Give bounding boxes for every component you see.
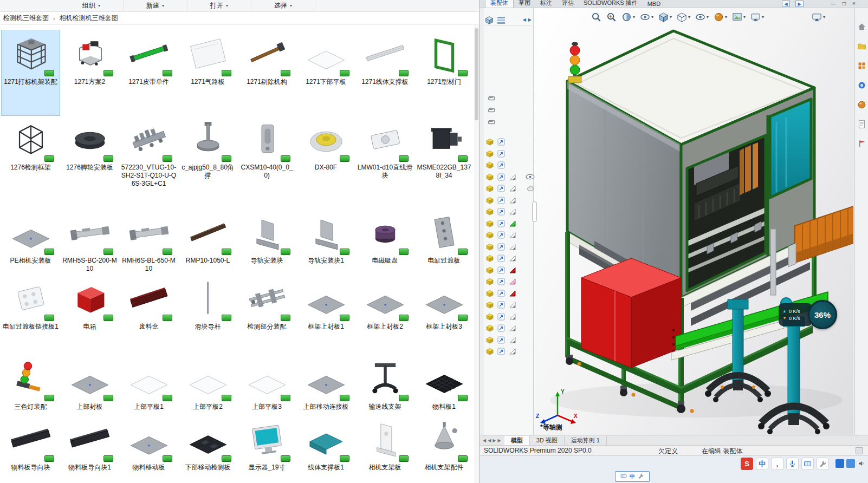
voice-input-icon[interactable] bbox=[786, 458, 799, 470]
ribbon-tab-2[interactable]: 草图 bbox=[514, 0, 535, 8]
netspeed-overlay[interactable]: ▲0 K/s ▼0 K/s 36% bbox=[779, 300, 837, 329]
explorer-scrollbar[interactable] bbox=[474, 25, 479, 483]
component-icon[interactable] bbox=[486, 266, 494, 274]
file-item[interactable]: 物料板导向块 bbox=[2, 415, 60, 483]
ribbon-tab-5[interactable]: SOLIDWORKS 插件 bbox=[579, 0, 643, 8]
ribbon-tab-4[interactable]: 评估 bbox=[557, 0, 579, 8]
transparency-triangle-icon[interactable] bbox=[509, 278, 516, 285]
tree-item-row[interactable] bbox=[486, 220, 516, 227]
feature-tree-tab-icon[interactable] bbox=[485, 16, 494, 24]
ribbon-tab-1[interactable]: 装配体 bbox=[485, 0, 514, 8]
file-item[interactable]: CXSM10-40(0_0_0) bbox=[238, 115, 296, 208]
chinese-mode-icon[interactable]: 中 bbox=[756, 458, 768, 470]
display-state-icon[interactable] bbox=[497, 138, 505, 146]
close-icon[interactable]: × bbox=[852, 1, 856, 6]
tree-item-row[interactable] bbox=[486, 336, 516, 344]
zoom-area-icon[interactable] bbox=[606, 11, 617, 23]
file-explorer-icon[interactable] bbox=[857, 42, 866, 53]
toolbox-icon[interactable] bbox=[817, 458, 829, 470]
file-item[interactable]: 上部封板 bbox=[61, 355, 119, 415]
display-state-icon[interactable] bbox=[497, 290, 505, 297]
status-options-icon[interactable] bbox=[856, 447, 863, 454]
display-state-icon[interactable] bbox=[497, 208, 505, 216]
file-item[interactable]: 1271打标机架装配 bbox=[2, 30, 60, 115]
file-item[interactable]: 上部平板1 bbox=[120, 355, 178, 415]
tree-item-row[interactable] bbox=[486, 313, 516, 321]
tree-item-row[interactable] bbox=[486, 150, 505, 158]
file-item[interactable]: 下部移动检测板 bbox=[179, 415, 237, 483]
toolbar-menu-1[interactable]: 组织▾ bbox=[60, 0, 124, 12]
transparency-triangle-icon[interactable] bbox=[509, 231, 516, 239]
forum-icon[interactable] bbox=[857, 139, 866, 151]
display-state-icon[interactable] bbox=[497, 348, 505, 355]
file-item[interactable]: 滑块导杆 bbox=[179, 275, 237, 355]
view-orientation-icon[interactable]: ▾ bbox=[658, 11, 672, 23]
tree-item-row[interactable] bbox=[486, 138, 505, 146]
edit-appearance-icon[interactable]: ▾ bbox=[713, 11, 728, 23]
file-item[interactable]: 1271气路板 bbox=[179, 30, 237, 115]
display-state-icon[interactable] bbox=[497, 243, 505, 251]
file-item[interactable]: 导轨安装块1 bbox=[297, 208, 355, 275]
transparency-triangle-icon[interactable] bbox=[509, 185, 516, 192]
file-item[interactable]: 1271型材门 bbox=[415, 30, 473, 115]
component-icon[interactable] bbox=[486, 313, 494, 321]
tree-item-row[interactable] bbox=[486, 324, 516, 332]
pin-icon[interactable] bbox=[487, 95, 496, 102]
file-item[interactable]: RMP10-1050-L bbox=[179, 208, 237, 275]
component-icon[interactable] bbox=[486, 336, 494, 344]
component-icon[interactable] bbox=[486, 278, 494, 285]
display-state-icon[interactable] bbox=[497, 150, 505, 158]
component-icon[interactable] bbox=[486, 254, 494, 262]
component-icon[interactable] bbox=[486, 208, 494, 216]
tab-scroll-buttons[interactable]: ◀◀▶▶ bbox=[480, 438, 504, 443]
ribbon-tab-6[interactable]: MBD bbox=[643, 0, 665, 8]
lang-settings-icon[interactable] bbox=[638, 472, 644, 481]
lang-cn-icon[interactable]: 中 bbox=[630, 473, 635, 480]
component-icon[interactable] bbox=[486, 173, 494, 181]
file-item[interactable]: 电缸过渡板链接板1 bbox=[2, 275, 60, 355]
file-item[interactable]: 相机支架板 bbox=[356, 415, 414, 483]
component-icon[interactable] bbox=[486, 161, 494, 169]
forward-icon[interactable]: ▶ bbox=[795, 1, 804, 7]
file-item[interactable]: 上部平板3 bbox=[238, 355, 296, 415]
tray-app-2-icon[interactable] bbox=[846, 459, 855, 468]
transparency-triangle-icon[interactable] bbox=[509, 290, 516, 297]
file-item[interactable]: 电箱 bbox=[61, 275, 119, 355]
soft-keyboard-icon[interactable] bbox=[801, 458, 814, 470]
lang-keyboard-icon[interactable] bbox=[620, 472, 627, 481]
tree-item-row[interactable] bbox=[486, 290, 516, 297]
file-item[interactable]: MSME022GB_1378f_34 bbox=[415, 115, 473, 208]
volume-icon[interactable] bbox=[857, 459, 866, 468]
file-item[interactable]: 1271线体支撑板 bbox=[356, 30, 414, 115]
appearances-icon[interactable] bbox=[857, 100, 866, 112]
tree-item-row[interactable] bbox=[486, 348, 516, 355]
custom-properties-icon[interactable] bbox=[857, 120, 866, 131]
view-settings-icon[interactable]: ▾ bbox=[750, 11, 765, 23]
file-item[interactable]: 572230_VTUG-10-SH2-S1T-Q10-U-Q6S-3GL+C1 bbox=[120, 115, 178, 208]
file-item[interactable]: 物料板导向块1 bbox=[61, 415, 119, 483]
tree-expand-icon[interactable]: ▶ bbox=[528, 17, 532, 22]
component-icon[interactable] bbox=[486, 231, 494, 239]
file-item[interactable]: c_ajpjg50_8_80角撑 bbox=[179, 115, 237, 208]
file-item[interactable]: 三色灯装配 bbox=[2, 355, 60, 415]
file-item[interactable]: 输送线支架 bbox=[356, 355, 414, 415]
transparency-triangle-icon[interactable] bbox=[509, 220, 516, 227]
component-icon[interactable] bbox=[486, 290, 494, 297]
tray-app-1-icon[interactable] bbox=[835, 459, 844, 468]
screen-record-button[interactable]: ▾ bbox=[811, 11, 826, 23]
display-state-icon[interactable] bbox=[497, 324, 505, 332]
tree-item-row[interactable] bbox=[486, 254, 516, 262]
display-state-icon[interactable] bbox=[497, 220, 505, 227]
toolbar-menu-3[interactable]: 打开▾ bbox=[187, 0, 251, 12]
minimize-icon[interactable]: — bbox=[831, 1, 836, 6]
file-item[interactable]: 物料板1 bbox=[415, 355, 473, 415]
home-icon[interactable] bbox=[857, 22, 866, 34]
ribbon-tab-3[interactable]: 标注 bbox=[535, 0, 557, 8]
transparency-triangle-icon[interactable] bbox=[509, 173, 516, 181]
display-state-icon[interactable] bbox=[497, 313, 505, 321]
component-icon[interactable] bbox=[486, 348, 494, 355]
tree-item-row[interactable] bbox=[486, 185, 516, 192]
display-state-icon[interactable] bbox=[497, 185, 505, 192]
tree-item-row[interactable] bbox=[486, 197, 516, 204]
file-item[interactable]: 线体支撑板1 bbox=[297, 415, 355, 483]
